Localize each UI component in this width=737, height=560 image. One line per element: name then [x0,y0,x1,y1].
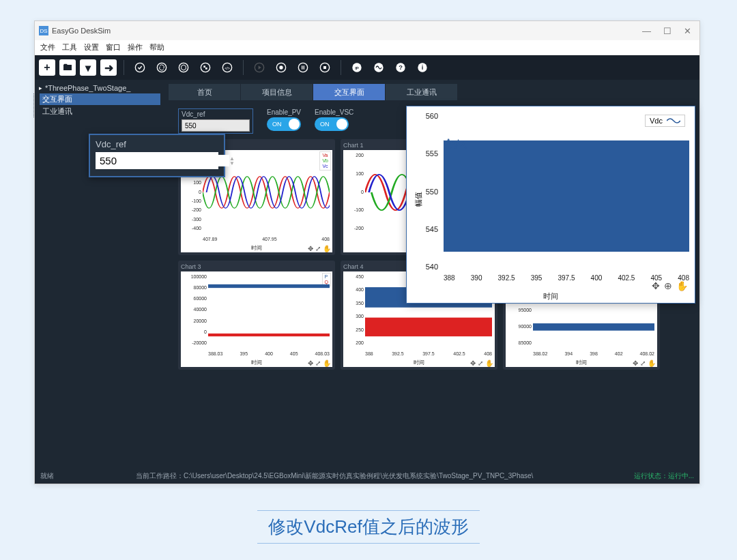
stop-icon[interactable] [316,59,334,76]
svg-point-10 [279,65,283,69]
new-button[interactable]: + [39,59,55,76]
x-ticks: 388.03395400405408.03 [208,351,330,356]
chart-tools[interactable]: ✥ ⤢ ✋ [308,359,331,367]
cube-icon[interactable] [175,59,192,76]
toggle-knob-icon [289,119,300,130]
sidebar-item-interactive[interactable]: 交互界面 [40,93,160,105]
x-ticks: 407.89407.95408 [203,237,330,241]
enable-vsc-state: ON [320,121,330,128]
vdc-ref-popup: Vdc_ref ▲▼ [89,134,225,177]
menu-window[interactable]: 窗口 [106,42,121,53]
enable-pv-label: Enable_PV [267,108,301,116]
svg-point-2 [179,63,188,72]
big-chart-tools[interactable]: ✥ ⊕ ✋ [652,280,688,291]
big-chart-x-label: 时间 [407,291,695,303]
zoom-icon[interactable]: ⊕ [664,280,672,291]
svg-rect-28 [444,141,689,252]
svg-text:</>: </> [225,66,230,70]
chart-footer: 时间 ✥ ⤢ ✋ [506,357,657,367]
svg-point-11 [298,63,307,72]
hand-icon[interactable]: ✋ [676,280,688,291]
export-button[interactable]: ➜ [100,59,117,76]
x-ticks: 388392.5397.5402.5408 [365,351,492,356]
minimize-button[interactable]: — [642,26,651,36]
info-icon[interactable]: i [414,59,431,76]
svg-rect-15 [323,66,326,69]
vdc-ref-group: Vdc_ref [178,108,253,134]
menu-tools[interactable]: 工具 [62,42,77,53]
record-icon[interactable] [272,59,290,76]
y-ticks: 450400350300250200 [343,271,365,348]
tab-interactive[interactable]: 交互界面 [313,84,386,100]
tab-industrial[interactable]: 工业通讯 [386,84,458,100]
chart-3: Chart 3 100000800006000040000200000-2000… [178,261,335,370]
enable-pv-state: ON [272,121,282,128]
chart-footer: 时间 ✥ ⤢ ✋ [181,357,332,367]
svg-rect-12 [302,65,302,69]
svg-text:?: ? [399,64,403,71]
pause-icon[interactable] [294,59,312,76]
svg-rect-5 [205,68,207,70]
plot-area [208,274,330,347]
menu-operate[interactable]: 操作 [128,42,143,53]
chart-tools[interactable]: ✥ ⤢ ✋ [470,359,493,367]
popup-label: Vdc_ref [96,139,218,149]
compile-icon[interactable] [131,59,149,76]
chart-footer: 时间 ✥ ⤢ ✋ [181,243,332,252]
tab-project-info[interactable]: 项目信息 [241,84,313,100]
status-path: 当前工作路径：C:\Users\user\Desktop\24.5\EGBoxM… [136,471,533,481]
caption-text: 修改VdcRef值之后的波形 [257,510,479,544]
close-button[interactable]: ✕ [684,26,691,36]
play-icon[interactable] [250,59,268,76]
enable-pv-toggle[interactable]: ON [267,117,301,131]
wave-icon[interactable] [370,59,388,76]
chart-tools[interactable]: ✥ ⤢ ✋ [308,245,331,252]
ip-icon[interactable]: IP [348,59,366,76]
toolbar: + ▾ ➜ </> IP ? i [35,55,699,80]
chart-tools[interactable]: ✥ ⤢ ✋ [633,359,656,367]
sidebar-item-industrial[interactable]: 工业通讯 [40,106,160,117]
svg-text:i: i [422,64,424,71]
y-ticks: 2001000-100-200 [343,150,365,233]
chart-body[interactable]: 100000800006000040000200000-20000 P Q [181,271,332,357]
status-ready: 就绪 [40,471,54,481]
tree-root[interactable]: *ThreePhase_TwoStage_ [39,84,160,92]
titlebar: DS EasyGo DeskSim — ☐ ✕ [35,21,699,40]
statusbar: 就绪 当前工作路径：C:\Users\user\Desktop\24.5\EGB… [35,469,699,484]
dropdown-button[interactable]: ▾ [80,59,96,76]
vdc-ref-label: Vdc_ref [182,110,250,118]
chart-title: Chart 3 [181,263,332,270]
help-icon[interactable]: ? [392,59,409,76]
separator-icon [341,60,341,75]
svg-rect-27 [533,323,654,331]
open-button[interactable] [59,59,76,76]
big-chart-vdc[interactable]: Vdc 560 555 550 545 540 幅值 388390392.539… [406,106,695,304]
svg-rect-26 [365,318,492,337]
menu-help[interactable]: 帮助 [149,42,164,53]
chart-footer: 时间 ✥ ⤢ ✋ [343,357,495,367]
menu-file[interactable]: 文件 [40,42,55,53]
x-ticks: 388.02394398402408.02 [533,351,654,356]
tab-home[interactable]: 首页 [169,84,241,100]
vdc-ref-input-small[interactable] [182,119,250,132]
vdc-ref-input[interactable] [100,155,229,166]
toggle-knob-icon [336,119,347,130]
cubes-icon[interactable] [197,59,214,76]
code-icon[interactable]: </> [218,59,236,76]
refresh-icon[interactable] [153,59,171,76]
big-chart-y-label: 幅值 [414,192,424,207]
separator-icon [124,60,124,75]
maximize-button[interactable]: ☐ [663,26,671,36]
svg-rect-13 [304,65,304,69]
enable-pv-group: Enable_PV ON [267,108,301,131]
svg-rect-24 [208,334,330,336]
menubar: 文件 工具 设置 窗口 操作 帮助 [35,40,699,55]
svg-rect-4 [203,65,205,68]
pan-icon[interactable]: ✥ [652,280,660,291]
y-ticks: 100000800006000040000200000-20000 [181,271,208,348]
svg-rect-23 [208,284,330,288]
enable-vsc-toggle[interactable]: ON [315,117,349,131]
menu-settings[interactable]: 设置 [84,42,99,53]
caption: 修改VdcRef值之后的波形 [0,510,737,544]
spinner-icon[interactable]: ▲▼ [229,156,235,166]
